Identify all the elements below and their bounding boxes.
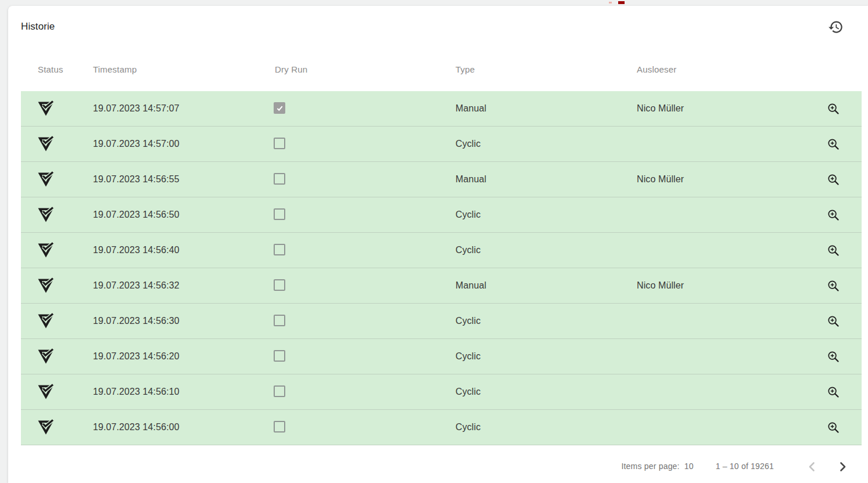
previous-page-button[interactable] [801, 455, 824, 478]
dry-run-checkbox[interactable] [274, 315, 285, 326]
table-row[interactable]: 19.07.2023 14:56:00 Cyclic [21, 410, 862, 445]
zoom-in-button[interactable] [822, 97, 845, 120]
dry-run-checkbox[interactable] [274, 173, 285, 185]
zoom-in-button[interactable] [822, 345, 845, 368]
zoom-in-button[interactable] [822, 239, 845, 262]
zoom-in-icon [827, 244, 840, 257]
dry-run-checkbox[interactable] [274, 421, 285, 432]
history-table: Status Timestamp Dry Run Type Ausloeser [21, 48, 862, 445]
zoom-in-icon [827, 421, 840, 434]
timestamp-cell: 19.07.2023 14:57:00 [93, 139, 274, 149]
table-body: 19.07.2023 14:57:07 Manual Nico Müller [21, 91, 862, 445]
timestamp-cell: 19.07.2023 14:56:50 [93, 210, 274, 220]
action-cell [805, 345, 862, 368]
type-cell: Manual [455, 103, 637, 114]
table-row[interactable]: 19.07.2023 14:56:20 Cyclic [21, 339, 862, 374]
range-label: 1 – 10 of 19261 [716, 462, 774, 471]
zoom-in-icon [827, 209, 840, 221]
action-cell [805, 168, 862, 191]
table-row[interactable]: 19.07.2023 14:57:00 Cyclic [21, 127, 862, 162]
dry-run-cell [274, 421, 455, 434]
status-cell [21, 420, 93, 435]
column-header-type: Type [455, 64, 637, 74]
type-cell: Manual [455, 174, 637, 185]
status-check-icon [37, 207, 55, 223]
dry-run-checkbox[interactable] [274, 350, 285, 362]
history-icon [828, 19, 844, 35]
table-row[interactable]: 19.07.2023 14:57:07 Manual Nico Müller [21, 91, 862, 127]
timestamp-cell: 19.07.2023 14:56:30 [93, 316, 274, 326]
action-cell [805, 380, 862, 403]
dry-run-cell [274, 350, 455, 363]
ausloeser-cell: Nico Müller [637, 280, 805, 291]
zoom-in-icon [827, 351, 840, 363]
status-check-icon [37, 349, 55, 365]
dry-run-checkbox[interactable] [274, 244, 285, 255]
status-check-icon [37, 243, 55, 258]
zoom-in-button[interactable] [822, 132, 845, 156]
zoom-in-icon [827, 280, 840, 292]
timestamp-cell: 19.07.2023 14:56:10 [93, 387, 274, 397]
status-cell [21, 349, 93, 365]
dry-run-checkbox[interactable] [274, 279, 285, 291]
type-cell: Cyclic [455, 316, 637, 326]
type-cell: Manual [455, 280, 637, 291]
table-row[interactable]: 19.07.2023 14:56:10 Cyclic [21, 374, 862, 410]
status-cell [21, 278, 93, 294]
ausloeser-cell: Nico Müller [637, 174, 805, 185]
items-per-page-label: Items per page: [621, 462, 679, 471]
dry-run-cell [274, 102, 455, 115]
column-header-ausloeser: Ausloeser [637, 64, 805, 74]
status-check-icon [37, 136, 55, 152]
column-header-timestamp: Timestamp [93, 64, 274, 74]
table-row[interactable]: 19.07.2023 14:56:32 Manual Nico Müller [21, 268, 862, 304]
status-check-icon [37, 313, 55, 329]
chevron-left-icon [805, 459, 820, 474]
zoom-in-icon [827, 103, 840, 115]
table-row[interactable]: 19.07.2023 14:56:40 Cyclic [21, 233, 862, 268]
dry-run-checkbox[interactable] [274, 102, 285, 114]
column-header-status: Status [21, 64, 93, 74]
zoom-in-icon [827, 174, 840, 186]
status-cell [21, 207, 93, 223]
status-check-icon [37, 278, 55, 294]
action-cell [805, 239, 862, 262]
table-header-row: Status Timestamp Dry Run Type Ausloeser [21, 48, 862, 91]
paginator: Items per page: 10 1 – 10 of 19261 [8, 445, 868, 483]
page-size-select[interactable]: 10 [684, 462, 694, 471]
timestamp-cell: 19.07.2023 14:56:00 [93, 422, 274, 432]
dry-run-cell [274, 173, 455, 186]
status-cell [21, 136, 93, 152]
action-cell [805, 132, 862, 156]
history-button[interactable] [824, 15, 847, 38]
zoom-in-button[interactable] [822, 309, 845, 333]
type-cell: Cyclic [455, 351, 637, 362]
zoom-in-button[interactable] [822, 168, 845, 191]
dry-run-checkbox[interactable] [274, 138, 285, 149]
zoom-in-icon [827, 315, 840, 327]
red-screen-artifact-faint [609, 2, 612, 3]
status-cell [21, 384, 93, 400]
next-page-button[interactable] [831, 455, 854, 478]
table-row[interactable]: 19.07.2023 14:56:30 Cyclic [21, 304, 862, 339]
action-cell [805, 203, 862, 226]
zoom-in-icon [827, 138, 840, 150]
type-cell: Cyclic [455, 210, 637, 220]
zoom-in-button[interactable] [822, 203, 845, 226]
table-row[interactable]: 19.07.2023 14:56:50 Cyclic [21, 197, 862, 233]
zoom-in-button[interactable] [822, 380, 845, 403]
status-cell [21, 243, 93, 258]
table-row[interactable]: 19.07.2023 14:56:55 Manual Nico Müller [21, 162, 862, 197]
dry-run-cell [274, 385, 455, 398]
status-cell [21, 101, 93, 117]
status-check-icon [37, 384, 55, 400]
dry-run-cell [274, 279, 455, 292]
checkmark-icon [275, 104, 284, 113]
action-cell [805, 97, 862, 120]
zoom-in-button[interactable] [822, 416, 845, 439]
dry-run-checkbox[interactable] [274, 208, 285, 220]
status-check-icon [37, 101, 55, 117]
zoom-in-button[interactable] [822, 274, 845, 297]
card-header: Historie [8, 6, 868, 48]
dry-run-checkbox[interactable] [274, 385, 285, 397]
